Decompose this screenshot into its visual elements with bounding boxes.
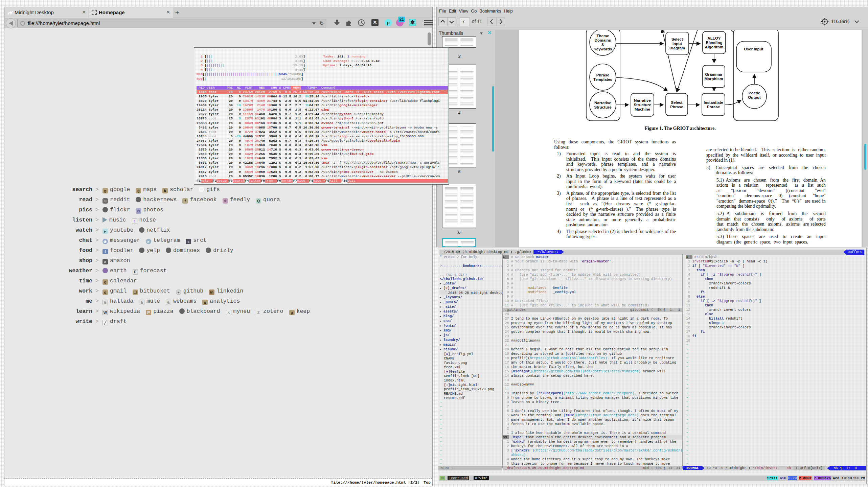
svg-text:Diagram: Diagram [669,46,685,50]
svg-text:Phrase: Phrase [670,105,683,109]
svg-text:Select: Select [671,100,683,105]
svg-text:Algorithm: Algorithm [705,45,723,49]
svg-text:Input: Input [672,42,682,46]
svg-text:Templates: Templates [593,77,612,82]
svg-text:User Input: User Input [744,47,763,51]
svg-text:Phrase: Phrase [707,105,720,109]
svg-text:Morphism: Morphism [705,77,723,81]
svg-text:Structure: Structure [634,103,651,107]
svg-text:Domains: Domains [595,38,611,42]
svg-text:Phrase: Phrase [596,73,609,77]
svg-text:&: & [601,43,604,47]
svg-text:Machine: Machine [635,107,650,111]
svg-text:Narrative: Narrative [594,101,611,105]
svg-text:Blending: Blending [706,41,722,45]
svg-text:Instantiate: Instantiate [704,100,723,105]
svg-text:Structure: Structure [594,105,611,109]
svg-text:ALLOY: ALLOY [708,36,721,40]
svg-text:Keywords: Keywords [594,47,612,51]
svg-text:Select: Select [671,37,683,41]
svg-text:Grammar: Grammar [705,72,723,76]
svg-text:Narrative: Narrative [634,98,651,102]
svg-text:Output: Output [748,95,761,99]
svg-text:Poetic: Poetic [749,91,760,95]
svg-text:Theme: Theme [596,34,609,38]
